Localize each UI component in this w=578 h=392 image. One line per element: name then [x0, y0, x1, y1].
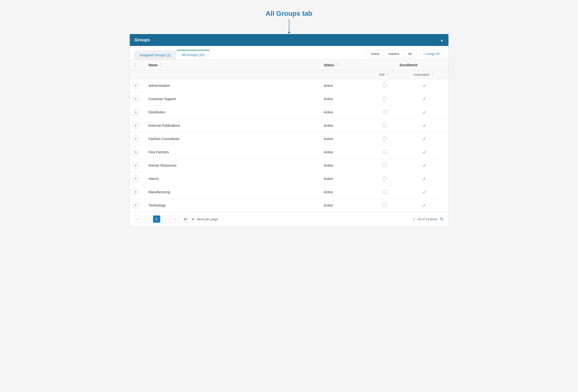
row-name-cell: Interns	[145, 172, 321, 186]
assign-all-button[interactable]: + Assign All	[419, 50, 444, 57]
table-wrapper: ⋮ Name ⋮ Status ⋮	[130, 59, 448, 212]
pagination-prev-button[interactable]: ‹	[144, 215, 151, 223]
pagination-bar: ⇤ ‹ 1 › ⇥ 20 50 100 items per page 1 - 1…	[130, 212, 448, 226]
add-group-button-2[interactable]: +	[133, 109, 139, 115]
pagination-page-1-button[interactable]: 1	[153, 215, 160, 223]
items-per-page-label: items per page	[197, 217, 218, 221]
sub-header-empty-3	[321, 70, 369, 79]
row-automation-cell: ✓	[401, 146, 448, 159]
col-header-self: Self ⋮	[369, 70, 401, 79]
items-per-page-select[interactable]: 20 50 100	[181, 216, 195, 222]
pagination-summary: 1 - 10 of 10 items	[413, 217, 437, 221]
filter-inactive-button[interactable]: Inactive	[384, 50, 404, 57]
self-column-options-icon[interactable]: ⋮	[386, 72, 390, 77]
self-radio-circle[interactable]	[383, 83, 387, 88]
row-self-cell	[369, 132, 401, 146]
self-radio-circle[interactable]	[383, 150, 387, 154]
groups-table: ⋮ Name ⋮ Status ⋮	[130, 60, 448, 212]
row-add-cell: +	[130, 146, 146, 159]
self-radio-circle[interactable]	[383, 176, 387, 181]
col-header-name: Name ⋮	[145, 60, 321, 70]
annotation-line	[289, 19, 289, 34]
self-radio-circle[interactable]	[383, 163, 387, 167]
automation-check-icon: ✓	[423, 110, 426, 114]
row-self-cell	[369, 79, 401, 92]
refresh-icon[interactable]: ↻	[440, 216, 444, 222]
self-radio-circle[interactable]	[383, 136, 387, 141]
table-row: +ManufacturingActive✓	[130, 186, 448, 199]
sub-header-empty-2	[145, 70, 321, 79]
sub-header-empty-1	[130, 70, 146, 79]
row-name-cell: Manufacturing	[145, 186, 321, 199]
table-header-row: ⋮ Name ⋮ Status ⋮	[130, 60, 448, 70]
row-automation-cell: ✓	[401, 132, 448, 146]
add-group-button-6[interactable]: +	[133, 162, 139, 169]
name-column-options-icon[interactable]: ⋮	[159, 63, 163, 67]
column-options-icon[interactable]: ⋮	[133, 63, 137, 67]
row-status-cell: Active	[321, 172, 369, 186]
self-radio-circle[interactable]	[383, 123, 387, 127]
add-group-button-0[interactable]: +	[133, 83, 139, 89]
row-automation-cell: ✓	[401, 159, 448, 172]
row-status-cell: Active	[321, 146, 369, 159]
automation-check-icon: ✓	[423, 190, 426, 194]
row-name-cell: Fina Partners	[145, 146, 321, 159]
add-group-button-3[interactable]: +	[133, 122, 139, 129]
automation-column-label: Automation	[414, 73, 430, 76]
pagination-first-button[interactable]: ⇤	[135, 215, 142, 223]
status-column-label: Status	[324, 63, 334, 67]
tab-assigned-groups[interactable]: Assigned Groups (1)	[135, 50, 176, 59]
self-radio-circle[interactable]	[383, 203, 387, 207]
automation-column-options-icon[interactable]: ⋮	[431, 72, 435, 77]
status-filter-group: Active Inactive All	[366, 50, 416, 57]
row-add-cell: +	[130, 199, 146, 212]
row-automation-cell: ✓	[401, 106, 448, 119]
automation-check-icon: ✓	[423, 203, 426, 207]
self-radio-circle[interactable]	[383, 110, 387, 114]
filter-all-button[interactable]: All	[404, 50, 416, 57]
add-group-button-5[interactable]: +	[133, 149, 139, 155]
row-status-cell: Active	[321, 199, 369, 212]
automation-check-icon: ✓	[423, 150, 426, 154]
row-name-cell: Distribution	[145, 106, 321, 119]
table-row: +InternsActive✓	[130, 172, 448, 186]
row-status-cell: Active	[321, 119, 369, 132]
panel-title: Groups	[135, 38, 150, 43]
row-automation-cell: ✓	[401, 92, 448, 106]
row-name-cell: Customer Support	[145, 92, 321, 106]
self-radio-circle[interactable]	[383, 190, 387, 194]
row-status-cell: Active	[321, 159, 369, 172]
add-group-button-9[interactable]: +	[133, 202, 139, 208]
pagination-last-button[interactable]: ⇥	[171, 215, 179, 223]
row-name-cell: External Publications	[145, 119, 321, 132]
groups-panel: Groups ▲ Assigned Groups (1) All Groups …	[130, 34, 449, 226]
automation-check-icon: ✓	[423, 177, 426, 181]
add-group-button-4[interactable]: +	[133, 136, 139, 142]
pagination-right: 1 - 10 of 10 items ↻	[413, 216, 443, 222]
col-header-automation: Automation ⋮	[401, 70, 448, 79]
panel-toolbar: Assigned Groups (1) All Groups (10) Acti…	[130, 46, 448, 59]
row-add-cell: +	[130, 132, 146, 146]
tab-all-groups[interactable]: All Groups (10)	[177, 50, 210, 59]
row-self-cell	[369, 199, 401, 212]
row-add-cell: +	[130, 186, 146, 199]
row-status-cell: Active	[321, 92, 369, 106]
collapse-button[interactable]: ▲	[440, 38, 444, 42]
row-name-cell: Human Resources	[145, 159, 321, 172]
pagination-left: ⇤ ‹ 1 › ⇥ 20 50 100 items per page	[135, 215, 218, 223]
row-automation-cell: ✓	[401, 199, 448, 212]
add-group-button-8[interactable]: +	[133, 189, 139, 195]
status-column-options-icon[interactable]: ⋮	[336, 63, 340, 67]
col-header-status: Status ⋮	[321, 60, 369, 70]
row-self-cell	[369, 159, 401, 172]
row-add-cell: +	[130, 92, 146, 106]
table-row: +DistributionActive✓	[130, 106, 448, 119]
self-radio-circle[interactable]	[383, 97, 387, 101]
filter-active-button[interactable]: Active	[367, 50, 384, 57]
pagination-next-button[interactable]: ›	[162, 215, 169, 223]
add-group-button-7[interactable]: +	[133, 176, 139, 182]
table-row: +Customer SupportActive✓	[130, 92, 448, 106]
add-group-button-1[interactable]: +	[133, 96, 139, 102]
table-row: +Human ResourcesActive✓	[130, 159, 448, 172]
row-self-cell	[369, 119, 401, 132]
